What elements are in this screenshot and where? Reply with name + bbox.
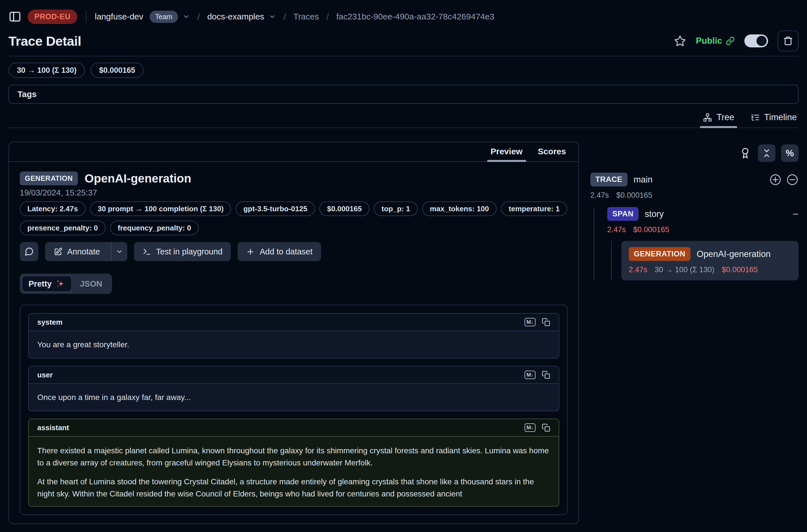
comment-icon xyxy=(24,247,34,256)
observation-name: OpenAI-generation xyxy=(85,172,191,185)
span-cost: $0.000165 xyxy=(633,225,669,234)
trace-tree-panel: % TRACE main 2.47s $0.000165 xyxy=(590,141,799,280)
message-header: assistant M↓ xyxy=(29,419,559,437)
sidebar-toggle-icon[interactable] xyxy=(8,10,21,23)
fold-vertical-icon xyxy=(762,148,771,158)
header-divider xyxy=(8,56,799,56)
metadata-badges-row1: Latency: 2.47s 30 prompt → 100 completio… xyxy=(20,202,568,216)
assistant-paragraph-2: At the heart of Lumina stood the towerin… xyxy=(37,476,550,500)
add-to-dataset-button[interactable]: Add to dataset xyxy=(238,242,321,261)
copy-icon[interactable] xyxy=(542,423,550,432)
format-pretty-button[interactable]: Pretty xyxy=(22,276,72,292)
generation-node-selected[interactable]: GENERATION OpenAI-generation 2.47s 30 → … xyxy=(621,241,799,280)
copy-icon[interactable] xyxy=(542,318,550,326)
comment-button[interactable] xyxy=(20,242,38,261)
breadcrumb: PROD-EU langfuse-dev Team / docs-example… xyxy=(8,0,799,25)
messages-container: system M↓ You are a great storyteller. u… xyxy=(20,305,568,515)
tab-preview[interactable]: Preview xyxy=(491,147,523,162)
tree-zoom-controls xyxy=(769,173,799,186)
model-badge: gpt-3.5-turbo-0125 xyxy=(236,202,315,216)
breadcrumb-slash: / xyxy=(283,11,286,22)
message-content: Once upon a time in a galaxy far, far aw… xyxy=(29,384,559,411)
message-user: user M↓ Once upon a time in a galaxy far… xyxy=(28,366,559,411)
action-buttons: Annotate Test in playground Add to datas… xyxy=(20,242,568,261)
trace-latency: 2.47s xyxy=(590,191,609,200)
temperature-badge: temperature: 1 xyxy=(501,202,567,216)
assistant-paragraph-1: There existed a majestic planet called L… xyxy=(37,444,550,469)
breadcrumb-section[interactable]: Traces xyxy=(294,12,319,21)
annotate-button[interactable]: Annotate xyxy=(45,242,127,261)
message-content: You are a great storyteller. xyxy=(29,331,559,358)
collapse-node-icon[interactable]: − xyxy=(793,208,799,220)
generation-latency: 2.47s xyxy=(629,265,647,274)
generation-cost: $0.000165 xyxy=(722,265,758,274)
breadcrumb-trace-id: fac231bc-90ee-490a-aa32-78c4269474e3 xyxy=(336,12,494,21)
breadcrumb-slash: / xyxy=(326,11,329,22)
pretty-label: Pretty xyxy=(29,279,52,289)
span-stats: 2.47s $0.000165 xyxy=(607,225,799,234)
observation-header: GENERATION OpenAI-generation xyxy=(20,171,568,185)
tab-tree[interactable]: Tree xyxy=(703,112,734,128)
public-label: Public xyxy=(696,36,722,46)
breadcrumb-org[interactable]: langfuse-dev xyxy=(95,12,143,21)
trace-stats: 2.47s $0.000165 xyxy=(590,191,799,200)
message-content: There existed a majestic planet called L… xyxy=(29,437,559,506)
timeline-icon xyxy=(751,113,760,122)
star-icon[interactable] xyxy=(674,35,686,47)
annotate-dropdown-button[interactable] xyxy=(111,242,127,261)
circle-minus-icon[interactable] xyxy=(786,173,799,186)
annotate-icon xyxy=(54,247,62,256)
generation-name: OpenAI-generation xyxy=(697,249,771,259)
generation-row: GENERATION OpenAI-generation xyxy=(629,247,791,261)
collapse-all-button[interactable] xyxy=(758,145,775,162)
message-role: assistant xyxy=(37,423,69,432)
format-json-button[interactable]: JSON xyxy=(72,279,110,289)
test-in-playground-button[interactable]: Test in playground xyxy=(134,242,231,261)
span-latency: 2.47s xyxy=(607,225,626,234)
circle-plus-icon[interactable] xyxy=(769,173,782,186)
trace-node[interactable]: TRACE main xyxy=(590,173,799,187)
add-to-dataset-label: Add to dataset xyxy=(260,247,312,256)
tree-icon xyxy=(703,113,712,122)
span-node[interactable]: SPAN story − xyxy=(607,207,799,221)
span-children: GENERATION OpenAI-generation 2.47s 30 → … xyxy=(611,241,799,280)
message-actions: M↓ xyxy=(525,370,550,379)
org-plan-badge: Team xyxy=(150,11,178,23)
tab-scores[interactable]: Scores xyxy=(538,147,566,162)
copy-icon[interactable] xyxy=(542,370,550,379)
tab-timeline[interactable]: Timeline xyxy=(751,112,797,128)
presence-penalty-badge: presence_penalty: 0 xyxy=(20,221,106,235)
project-chevron-down-icon[interactable] xyxy=(269,13,276,20)
breadcrumb-project[interactable]: docs-examples xyxy=(207,12,264,21)
public-link-icon[interactable] xyxy=(726,36,735,45)
delete-trace-button[interactable] xyxy=(778,31,799,51)
top-p-badge: top_p: 1 xyxy=(374,202,418,216)
generation-type-badge: GENERATION xyxy=(629,247,691,261)
markdown-toggle-icon[interactable]: M↓ xyxy=(525,370,536,379)
view-tabs: Tree Timeline xyxy=(8,104,799,128)
sparkles-icon xyxy=(56,279,65,289)
public-toggle[interactable] xyxy=(744,34,768,48)
cost-badge: $0.000165 xyxy=(91,63,144,78)
markdown-toggle-icon[interactable]: M↓ xyxy=(525,318,536,326)
metadata-badges-row2: presence_penalty: 0 frequency_penalty: 0 xyxy=(20,221,568,235)
public-status: Public xyxy=(696,36,735,46)
tree-toolbar: % xyxy=(590,145,799,162)
scores-award-icon[interactable] xyxy=(739,147,751,159)
tags-label: Tags xyxy=(18,90,37,99)
playground-label: Test in playground xyxy=(156,247,222,256)
trace-detail-page: PROD-EU langfuse-dev Team / docs-example… xyxy=(0,0,807,524)
observation-type-badge: GENERATION xyxy=(20,171,78,185)
markdown-toggle-icon[interactable]: M↓ xyxy=(525,423,536,432)
content-columns: Preview Scores GENERATION OpenAI-generat… xyxy=(8,141,799,524)
tags-box[interactable]: Tags xyxy=(8,84,799,104)
message-actions: M↓ xyxy=(525,318,550,326)
tab-tree-label: Tree xyxy=(716,112,734,122)
org-chevron-down-icon[interactable] xyxy=(183,13,190,20)
trace-type-badge: TRACE xyxy=(590,173,627,187)
metrics-toggle-button[interactable]: % xyxy=(781,145,799,162)
trash-icon xyxy=(783,36,793,46)
observation-panel: Preview Scores GENERATION OpenAI-generat… xyxy=(8,141,579,524)
trace-cost: $0.000165 xyxy=(616,191,652,200)
tab-timeline-label: Timeline xyxy=(764,112,797,122)
